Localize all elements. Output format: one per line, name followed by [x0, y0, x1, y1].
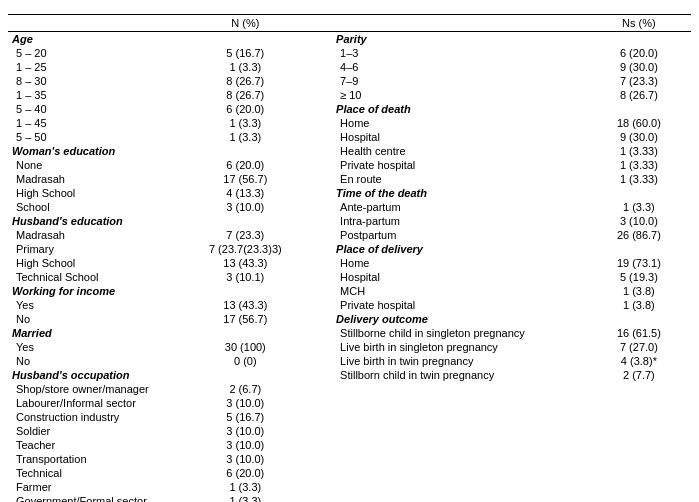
left-value: 1 (3.3) — [193, 60, 297, 74]
spacer — [297, 326, 332, 340]
left-value — [193, 368, 297, 382]
right-value: 1 (3.8) — [587, 298, 691, 312]
left-label: No — [8, 354, 193, 368]
left-value: 3 (10.0) — [193, 424, 297, 438]
right-label: 1–3 — [332, 46, 587, 60]
left-value: 7 (23.3) — [193, 228, 297, 242]
left-value: 3 (10.0) — [193, 200, 297, 214]
right-label: Private hospital — [332, 298, 587, 312]
left-label: Madrasah — [8, 228, 193, 242]
left-value — [193, 32, 297, 47]
left-value: 3 (10.0) — [193, 396, 297, 410]
right-value: 7 (23.3) — [587, 74, 691, 88]
spacer — [297, 410, 332, 424]
right-value: 1 (3.3) — [587, 200, 691, 214]
right-value — [587, 396, 691, 410]
right-label — [332, 410, 587, 424]
left-value: 0 (0) — [193, 354, 297, 368]
right-value: 3 (10.0) — [587, 214, 691, 228]
spacer — [297, 102, 332, 116]
right-value: 19 (73.1) — [587, 256, 691, 270]
right-label: 4–6 — [332, 60, 587, 74]
right-value — [587, 438, 691, 452]
spacer — [297, 284, 332, 298]
right-value: 8 (26.7) — [587, 88, 691, 102]
right-value — [587, 424, 691, 438]
left-value: 6 (20.0) — [193, 158, 297, 172]
right-value: 9 (30.0) — [587, 130, 691, 144]
right-label: Parity — [332, 32, 587, 47]
right-label: ≥ 10 — [332, 88, 587, 102]
spacer — [297, 480, 332, 494]
right-label: Ante-partum — [332, 200, 587, 214]
spacer — [297, 340, 332, 354]
right-label — [332, 466, 587, 480]
right-value: 1 (3.8) — [587, 284, 691, 298]
left-value: 1 (3.3) — [193, 116, 297, 130]
left-label: Working for income — [8, 284, 193, 298]
right-value: 7 (27.0) — [587, 340, 691, 354]
right-value: 5 (19.3) — [587, 270, 691, 284]
right-label — [332, 452, 587, 466]
left-value: 17 (56.7) — [193, 172, 297, 186]
left-value: 7 (23.7(23.3)3) — [193, 242, 297, 256]
left-label: Shop/store owner/manager — [8, 382, 193, 396]
right-label: 7–9 — [332, 74, 587, 88]
spacer — [297, 130, 332, 144]
right-value — [587, 410, 691, 424]
left-label: Age — [8, 32, 193, 47]
right-value: 9 (30.0) — [587, 60, 691, 74]
spacer — [297, 200, 332, 214]
right-label: Hospital — [332, 270, 587, 284]
left-value: 1 (3.3) — [193, 494, 297, 502]
spacer — [297, 242, 332, 256]
right-label: MCH — [332, 284, 587, 298]
right-label: En route — [332, 172, 587, 186]
spacer — [297, 368, 332, 382]
left-value: 2 (6.7) — [193, 382, 297, 396]
spacer — [297, 424, 332, 438]
spacer — [297, 298, 332, 312]
left-value: 13 (43.3) — [193, 256, 297, 270]
right-label: Hospital — [332, 130, 587, 144]
spacer — [297, 270, 332, 284]
left-label: Construction industry — [8, 410, 193, 424]
spacer — [297, 452, 332, 466]
left-label: Husband's education — [8, 214, 193, 228]
right-value — [587, 242, 691, 256]
left-label: 1 – 25 — [8, 60, 193, 74]
right-value: 1 (3.33) — [587, 172, 691, 186]
spacer — [297, 144, 332, 158]
right-label: Home — [332, 256, 587, 270]
left-value — [193, 284, 297, 298]
right-value: 18 (60.0) — [587, 116, 691, 130]
left-value: 13 (43.3) — [193, 298, 297, 312]
left-value: 17 (56.7) — [193, 312, 297, 326]
right-label: Private hospital — [332, 158, 587, 172]
left-label: 1 – 35 — [8, 88, 193, 102]
left-label: Government/Formal sector — [8, 494, 193, 502]
right-label — [332, 480, 587, 494]
right-value — [587, 32, 691, 47]
left-value: 8 (26.7) — [193, 88, 297, 102]
left-label: Yes — [8, 340, 193, 354]
spacer — [297, 494, 332, 502]
spacer — [297, 214, 332, 228]
left-label: High School — [8, 186, 193, 200]
right-value: 1 (3.33) — [587, 144, 691, 158]
left-value: 30 (100) — [193, 340, 297, 354]
spacer — [297, 466, 332, 480]
col-header-n: N (%) — [193, 15, 297, 32]
right-value — [587, 494, 691, 502]
left-label: Primary — [8, 242, 193, 256]
spacer — [297, 186, 332, 200]
left-label: Labourer/Informal sector — [8, 396, 193, 410]
left-label: 5 – 20 — [8, 46, 193, 60]
right-label: Health centre — [332, 144, 587, 158]
left-value: 1 (3.3) — [193, 480, 297, 494]
left-label: Teacher — [8, 438, 193, 452]
right-value — [587, 480, 691, 494]
left-label: 8 – 30 — [8, 74, 193, 88]
col-header-label2 — [332, 15, 587, 32]
left-value: 1 (3.3) — [193, 130, 297, 144]
